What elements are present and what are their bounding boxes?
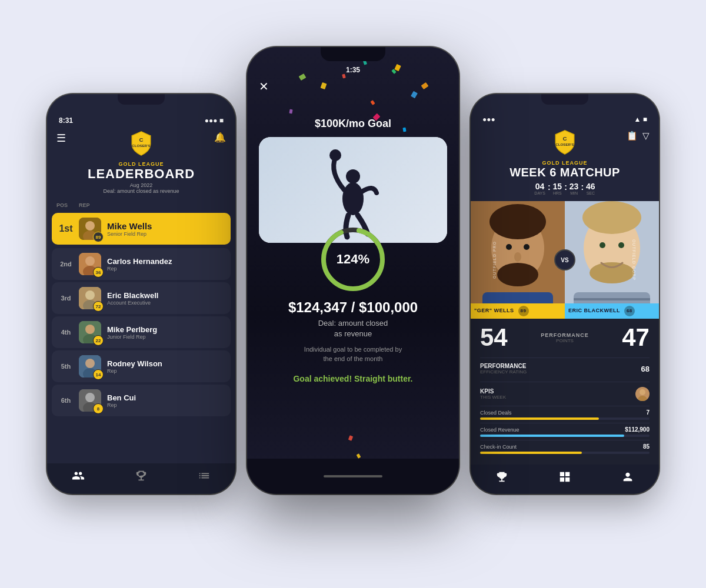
svg-point-44: [640, 389, 645, 395]
status-bar-left: 8:31 ●●● ■: [47, 112, 235, 127]
notes-icon[interactable]: 📋: [627, 131, 638, 141]
stats-section: 54 PERFORMANCE POINTS 47 PERFORMANCE EFF…: [471, 319, 659, 465]
leaderboard-title: LEADERBOARD: [56, 167, 226, 181]
close-button[interactable]: ✕: [259, 79, 269, 93]
right-nav-grid[interactable]: [558, 470, 571, 483]
notification-icon[interactable]: 🔔: [214, 132, 226, 143]
matchup-cards: OUTFIELD PRO "GER" WELLS 89 VS: [471, 201, 659, 319]
leaderboard-metric: Deal: amount closed as revenue: [56, 188, 226, 194]
leaderboard-row-6[interactable]: 6th 8 Ben Cui Rep: [52, 385, 231, 416]
pos-2: 2nd: [59, 260, 73, 268]
goal-description: Individual goal to be completed bythe en…: [247, 342, 459, 367]
score-left: 54: [480, 323, 508, 352]
info-2: Carlos Hernandez Rep: [107, 257, 224, 272]
name-5: Rodney Wilson: [107, 359, 224, 368]
svg-text:C: C: [563, 135, 567, 142]
svg-point-31: [506, 244, 512, 250]
nav-trophy-icon[interactable]: [135, 469, 148, 482]
right-league-badge: CLOSER'S C: [552, 129, 578, 158]
info-3: Eric Blackwell Account Executive: [107, 291, 224, 306]
center-bottom-nav: [247, 459, 459, 494]
confetti-13: [348, 435, 353, 441]
timer-days: 04 DAYS: [534, 182, 545, 195]
leaderboard-row-1[interactable]: 1st 89 Mike Wells Senior Field Rep: [52, 213, 231, 245]
time-left: 8:31: [59, 116, 73, 125]
svg-point-45: [638, 396, 647, 401]
status-bar-right: ●●● ▲ ■: [471, 111, 659, 126]
role-6: Rep: [107, 402, 224, 408]
leaderboard-row-5[interactable]: 5th 14 Rodney Wilson Rep: [52, 350, 231, 382]
phones-container: 8:31 ●●● ■ ☰ 🔔 CLOSER'S C GOLD: [29, 24, 677, 564]
kpi-checkin-count: Check-in Count 85: [480, 440, 650, 457]
kpi-avatar: [635, 387, 650, 401]
svg-point-9: [85, 290, 95, 300]
timer-hours: 15 HRS: [553, 182, 562, 195]
kpi-closed-deals: Closed Deals 7: [480, 406, 650, 423]
left-screen: 8:31 ●●● ■ ☰ 🔔 CLOSER'S C GOLD: [47, 94, 235, 494]
svg-text:C: C: [139, 136, 144, 143]
kpi-revenue-bar-fill: [480, 435, 624, 437]
leaderboard-row-4[interactable]: 4th 22 Mike Perlberg Junior Field Rep: [52, 316, 231, 348]
right-shield-icon: CLOSER'S C: [552, 129, 578, 155]
left-player-name-tag: "GER" WELLS 89: [471, 303, 565, 319]
performance-value: 68: [641, 365, 650, 373]
col-headers: POS REP: [47, 200, 235, 211]
svg-point-32: [524, 244, 530, 250]
right-header-icons: 📋 ▽: [627, 131, 650, 141]
shield-icon: CLOSER'S C: [128, 131, 154, 156]
player-card-left: OUTFIELD PRO "GER" WELLS 89: [471, 201, 565, 319]
confetti-3: [411, 91, 418, 99]
svg-point-22: [329, 149, 341, 161]
name-3: Eric Blackwell: [107, 291, 224, 300]
name-4: Mike Perlberg: [107, 325, 224, 334]
confetti-14: [357, 453, 361, 459]
right-gold-league: GOLD LEAGUE: [480, 160, 650, 166]
right-player-score: 68: [624, 306, 635, 316]
filter-icon[interactable]: ▽: [642, 131, 650, 141]
right-team-label: OUTFIELD CORP: [631, 239, 635, 280]
pos-1: 1st: [59, 223, 73, 234]
info-4: Mike Perlberg Junior Field Rep: [107, 325, 224, 340]
bottom-nav-left: [47, 463, 235, 494]
score-row: 54 PERFORMANCE POINTS 47: [480, 323, 650, 352]
role-5: Rep: [107, 368, 224, 374]
score-badge-1: 89: [93, 232, 104, 242]
score-label: PERFORMANCE POINTS: [541, 332, 589, 343]
score-badge-2: 36: [93, 267, 104, 278]
score-badge-5: 14: [93, 369, 104, 380]
kpi-header-row: KPIs THIS WEEK: [480, 382, 650, 406]
svg-point-29: [489, 204, 546, 239]
right-nav-trophy[interactable]: [495, 470, 508, 483]
bottom-nav-right: [471, 465, 659, 494]
wifi-battery-right: ▲ ■: [634, 115, 647, 123]
name-6: Ben Cui: [107, 393, 224, 402]
col-rep-header: REP: [79, 202, 226, 208]
svg-point-3: [85, 221, 95, 230]
svg-text:CLOSER'S: CLOSER'S: [132, 143, 150, 148]
confetti-1: [321, 82, 327, 89]
nav-team-icon[interactable]: [72, 469, 85, 482]
avatar-6: 8: [79, 389, 101, 412]
right-nav-person[interactable]: [621, 470, 634, 483]
leaderboard-row-3[interactable]: 3rd 72 Eric Blackwell Account Executive: [52, 282, 231, 314]
avatar-4: 22: [79, 321, 101, 343]
svg-point-38: [590, 262, 634, 283]
avatar-1: 89: [79, 218, 101, 240]
leaderboard-subtitle: Aug 2022: [56, 182, 226, 188]
performance-label: PERFORMANCE EFFICIENCY RATING: [480, 363, 527, 375]
nav-list-icon[interactable]: [198, 469, 211, 482]
svg-text:CLOSER'S: CLOSER'S: [555, 142, 574, 146]
svg-point-20: [342, 182, 364, 215]
week-matchup-title: WEEK 6 MATCHUP: [480, 166, 650, 179]
svg-point-30: [497, 263, 538, 286]
menu-icon[interactable]: ☰: [56, 132, 66, 145]
kpi-checkin-bar-fill: [480, 452, 582, 454]
goal-achieved-text: Goal achieved! Straight butter.: [247, 367, 459, 390]
right-player-name-tag: ERIC BLACKWELL 68: [565, 303, 659, 319]
kpi-checkin-bar-bg: [480, 452, 650, 454]
score-badge-6: 8: [93, 403, 104, 414]
avatar-2: 36: [79, 253, 101, 275]
role-4: Junior Field Rep: [107, 334, 224, 340]
leaderboard-row-2[interactable]: 2nd 36 Carlos Hernandez Rep: [52, 248, 231, 280]
score-badge-4: 22: [93, 335, 104, 346]
